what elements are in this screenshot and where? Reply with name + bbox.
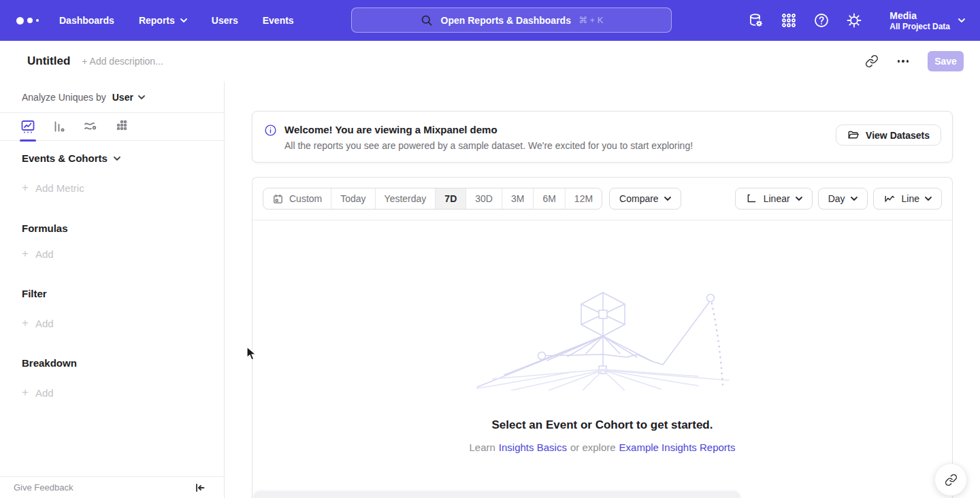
date-range-label: Yesterday <box>385 193 427 204</box>
scale-label: Linear <box>764 193 790 204</box>
insights-report-card: Custom Today Yesterday 7D 30D 3M 6M 12M … <box>252 177 953 498</box>
date-range-12m[interactable]: 12M <box>565 188 602 209</box>
nav-users[interactable]: Users <box>212 15 238 26</box>
add-breakdown-button[interactable]: + Add <box>22 386 54 399</box>
add-description-field[interactable]: + Add description... <box>82 56 163 67</box>
chevron-down-icon <box>925 197 932 201</box>
empty-state-title: Select an Event or Cohort to get started… <box>252 418 952 432</box>
filter-section: Filter <box>22 288 47 299</box>
empty-state-subtitle: Learn Insights Basics or explore Example… <box>252 442 952 453</box>
nav-events-label: Events <box>263 15 294 26</box>
plus-icon: + <box>22 181 29 195</box>
add-formula-button[interactable]: + Add <box>22 247 54 261</box>
example-reports-link[interactable]: Example Insights Reports <box>619 442 736 453</box>
tab-bar-chart[interactable] <box>51 118 67 135</box>
give-feedback-link[interactable]: Give Feedback <box>14 482 73 493</box>
help-icon[interactable] <box>813 12 830 29</box>
link-icon <box>945 474 958 486</box>
compare-dropdown[interactable]: Compare <box>609 188 681 210</box>
global-search[interactable]: Open Reports & Dashboards ⌘ + K <box>351 7 672 33</box>
chevron-down-icon <box>851 197 858 201</box>
date-range-7d[interactable]: 7D <box>435 188 466 209</box>
date-range-label: 3M <box>511 193 524 204</box>
collapse-sidebar-icon[interactable] <box>195 482 206 493</box>
project-switcher[interactable]: Media All Project Data <box>889 10 965 32</box>
plus-icon: + <box>22 386 29 399</box>
results-table-peek <box>253 491 740 498</box>
banner-title: Welcome! You are viewing a Mixpanel demo <box>284 123 693 137</box>
nav-events[interactable]: Events <box>263 15 294 26</box>
analyze-prefix-label: Analyze Uniques by <box>22 92 106 103</box>
add-formula-label: Add <box>35 248 54 260</box>
date-range-3m[interactable]: 3M <box>502 188 533 209</box>
interval-dropdown[interactable]: Day <box>818 188 868 210</box>
save-button[interactable]: Save <box>928 51 964 71</box>
mixpanel-logo-icon[interactable] <box>16 17 39 24</box>
nav-dashboards[interactable]: Dashboards <box>59 15 114 26</box>
view-datasets-label: View Datasets <box>866 130 930 141</box>
breakdown-section: Breakdown <box>22 357 77 369</box>
analyze-value-dropdown[interactable]: User <box>112 92 145 103</box>
formulas-section: Formulas <box>22 222 68 234</box>
tab-flow-chart[interactable] <box>82 118 99 135</box>
date-range-label: 7D <box>444 193 457 204</box>
folder-open-icon <box>847 129 860 142</box>
date-range-control: Custom Today Yesterday 7D 30D 3M 6M 12M <box>263 188 602 210</box>
share-link-fab[interactable] <box>934 463 967 496</box>
info-icon <box>264 124 277 137</box>
learn-prefix: Learn <box>469 442 495 453</box>
project-name: Media <box>889 10 950 22</box>
empty-state-illustration <box>474 288 732 391</box>
date-range-today[interactable]: Today <box>331 188 374 209</box>
add-filter-button[interactable]: + Add <box>22 316 54 330</box>
chart-type-dropdown[interactable]: Line <box>873 188 942 210</box>
add-metric-label: Add Metric <box>35 182 84 194</box>
breakdown-label: Breakdown <box>22 357 77 369</box>
sidebar-footer: Give Feedback <box>0 476 224 498</box>
chevron-down-icon <box>664 197 671 201</box>
axes-icon <box>745 193 758 205</box>
date-range-label: Today <box>340 193 365 204</box>
nav-reports-label: Reports <box>139 15 175 26</box>
scale-dropdown[interactable]: Linear <box>735 188 813 210</box>
add-filter-label: Add <box>35 318 54 329</box>
add-metric-button[interactable]: + Add Metric <box>22 181 84 195</box>
apps-grid-icon[interactable] <box>781 12 797 29</box>
analyze-uniques-row: Analyze Uniques by User <box>0 82 224 113</box>
date-range-30d[interactable]: 30D <box>466 188 502 209</box>
search-placeholder: Open Reports & Dashboards <box>441 15 571 26</box>
date-range-custom[interactable]: Custom <box>263 188 331 209</box>
tab-metric-grid[interactable] <box>114 118 130 135</box>
tab-line-chart[interactable] <box>20 118 36 135</box>
chevron-down-icon <box>180 18 187 22</box>
settings-gear-icon[interactable] <box>846 12 862 29</box>
compare-label: Compare <box>619 193 659 204</box>
chevron-down-icon <box>114 156 120 161</box>
date-range-6m[interactable]: 6M <box>533 188 564 209</box>
view-datasets-button[interactable]: View Datasets <box>836 124 941 146</box>
date-range-label: 6M <box>542 193 555 204</box>
chart-type-label: Line <box>902 193 919 204</box>
line-chart-icon <box>883 193 896 205</box>
chevron-down-icon <box>796 197 802 201</box>
chart-type-tabs <box>0 113 224 141</box>
chevron-down-icon <box>958 18 965 22</box>
date-range-label: 30D <box>475 193 493 204</box>
copy-link-icon[interactable] <box>865 54 879 68</box>
learn-middle: or explore <box>570 442 616 453</box>
data-management-icon[interactable] <box>748 12 764 29</box>
formulas-label: Formulas <box>22 222 68 234</box>
analyze-value-label: User <box>112 92 133 103</box>
insights-basics-link[interactable]: Insights Basics <box>499 442 567 453</box>
nav-reports[interactable]: Reports <box>139 15 187 26</box>
date-range-yesterday[interactable]: Yesterday <box>375 188 436 209</box>
more-menu-icon[interactable] <box>895 57 912 65</box>
events-cohorts-section[interactable]: Events & Cohorts <box>22 152 120 164</box>
nav-dashboards-label: Dashboards <box>59 15 114 26</box>
date-range-label: Custom <box>289 193 322 204</box>
events-cohorts-label: Events & Cohorts <box>22 152 108 164</box>
search-shortcut: ⌘ + K <box>578 15 604 25</box>
report-title[interactable]: Untitled <box>27 54 70 68</box>
calendar-icon <box>272 193 284 205</box>
demo-welcome-banner: Welcome! You are viewing a Mixpanel demo… <box>252 111 953 163</box>
